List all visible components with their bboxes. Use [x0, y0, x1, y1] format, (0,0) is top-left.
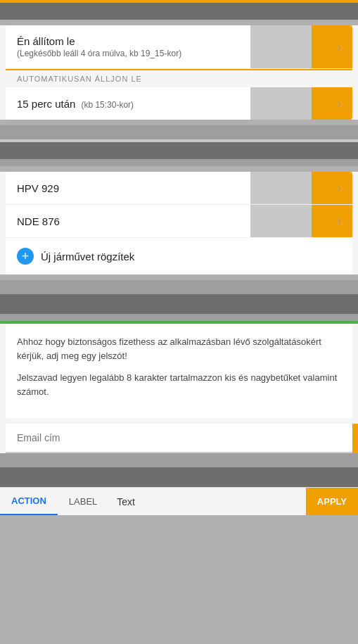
- email-input[interactable]: [6, 424, 352, 452]
- chevron-right-icon: ›: [338, 41, 341, 53]
- password-section: Ahhoz hogy biztonságos fizethess az alka…: [0, 321, 358, 453]
- password-info-1: Ahhoz hogy biztonságos fizethess az alka…: [17, 335, 341, 362]
- add-circle-icon: +: [17, 248, 34, 265]
- vehicle-plate-2: NDE 876: [17, 215, 60, 227]
- password-info-2: Jelszavad legyen legalább 8 karakter tar…: [17, 371, 341, 398]
- password-card: Ahhoz hogy biztonságos fizethess az alka…: [6, 324, 352, 418]
- apply-button[interactable]: APPLY: [306, 488, 358, 515]
- top-bar-1: [0, 0, 358, 20]
- spacer-dark-3: [0, 467, 358, 487]
- auto-time-title: 15 perc után: [17, 98, 75, 110]
- add-vehicle-label: Új járművet rögzítek: [41, 251, 134, 263]
- add-vehicle-button[interactable]: + Új járművet rögzítek: [6, 238, 352, 274]
- spacer-2: [0, 159, 358, 166]
- chevron-right-icon: ›: [338, 215, 341, 227]
- label-tab[interactable]: LABEL: [58, 488, 108, 515]
- spacer-4: [0, 314, 358, 321]
- vehicles-section: HPV 929 › NDE 876 › + Új járművet rögzít…: [0, 172, 358, 274]
- vehicle-row-nde876[interactable]: NDE 876 ›: [6, 205, 352, 238]
- text-input-bottom[interactable]: [108, 488, 306, 515]
- auto-time-subtitle: (kb 15:30-kor): [81, 100, 134, 110]
- auto-shutdown-text: 15 perc után (kb 15:30-kor): [17, 98, 134, 110]
- spacer-dark-2: [0, 294, 358, 314]
- bottom-action-bar: ACTION LABEL APPLY: [0, 487, 358, 515]
- vehicle-card: HPV 929 › NDE 876 › + Új járművet rögzít…: [6, 172, 352, 274]
- spacer-3: [0, 280, 358, 294]
- spacer-dark-1: [0, 139, 358, 159]
- action-tab[interactable]: ACTION: [0, 488, 58, 515]
- shutdown-section: Én állítom le (Legkésőbb leáll 4 óra múl…: [0, 25, 358, 120]
- spacer-1: [0, 125, 358, 139]
- manual-shutdown-text: Én állítom le (Legkésőbb leáll 4 óra múl…: [17, 35, 181, 58]
- chevron-right-icon: ›: [338, 97, 341, 110]
- spacer-5: [0, 453, 358, 467]
- chevron-right-icon: ›: [338, 182, 341, 194]
- email-row: [0, 424, 358, 453]
- vehicle-row-hpv929[interactable]: HPV 929 ›: [6, 172, 352, 205]
- auto-shutdown-row[interactable]: 15 perc után (kb 15:30-kor) ›: [6, 87, 352, 120]
- manual-shutdown-row[interactable]: Én állítom le (Legkésőbb leáll 4 óra múl…: [6, 25, 352, 69]
- shutdown-card: Én állítom le (Legkésőbb leáll 4 óra múl…: [6, 25, 352, 120]
- vehicle-plate-1: HPV 929: [17, 182, 59, 194]
- manual-shutdown-title: Én állítom le: [17, 35, 181, 47]
- auto-label: AUTOMATIKUSAN ÁLLJON LE: [6, 69, 352, 87]
- manual-shutdown-subtitle: (Legkésőbb leáll 4 óra múlva, kb 19_15-k…: [17, 49, 181, 58]
